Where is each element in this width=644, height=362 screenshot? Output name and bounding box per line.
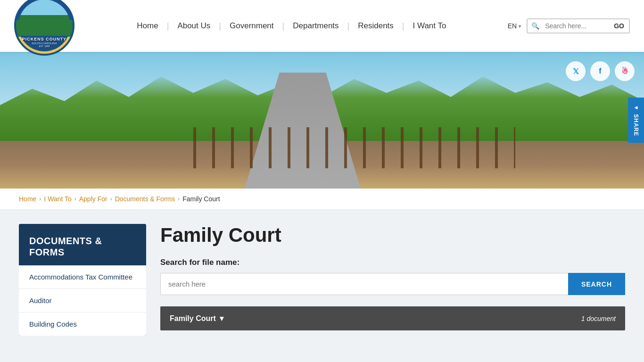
facebook-button[interactable]: f [590, 61, 610, 81]
twitter-icon: 𝕏 [573, 67, 579, 76]
main-nav: Home | About Us | Government | Departmen… [75, 16, 508, 35]
accordion-title-text: Family Court [170, 314, 216, 323]
sidebar-item-building[interactable]: Building Codes [19, 313, 146, 336]
nav-home[interactable]: Home [128, 16, 166, 35]
nav-residents[interactable]: Residents [349, 16, 402, 35]
breadcrumb-sep-2: › [74, 196, 76, 202]
file-search-section: Search for file name: SEARCH [160, 258, 625, 295]
hero-scene [0, 52, 644, 189]
sidebar-item-auditor[interactable]: Auditor [19, 289, 146, 313]
lang-arrow: ▾ [519, 24, 521, 29]
accordion-title: Family Court ▾ [170, 314, 223, 323]
social-icons: 𝕏 f ☃ [566, 61, 635, 81]
sidebar-title: DOCUMENTS & FORMS [19, 224, 146, 265]
twitter-button[interactable]: 𝕏 [566, 61, 586, 81]
header-right: EN ▾ 🔍 GO [508, 18, 630, 33]
lang-current: EN [508, 22, 517, 30]
sidebar-item-accommodations[interactable]: Accommodations Tax Committee [19, 265, 146, 289]
breadcrumb: Home › I Want To › Apply For › Documents… [0, 189, 644, 210]
site-header: PICKENS COUNTY SOUTH CAROLINA EST. 1868 … [0, 0, 644, 52]
share-label: SHARE [633, 114, 639, 136]
logo-est: EST. 1868 [39, 45, 50, 48]
breadcrumb-sep-3: › [110, 196, 112, 202]
document-accordion[interactable]: Family Court ▾ 1 document [160, 306, 625, 330]
sidebar-items: Accommodations Tax Committee Auditor Bui… [19, 265, 146, 336]
document-count: 1 document [581, 315, 616, 322]
facebook-icon: f [599, 67, 601, 75]
breadcrumb-docsforms[interactable]: Documents & Forms [115, 195, 175, 203]
header-search-input[interactable] [543, 19, 609, 33]
instagram-icon: ☃ [621, 67, 628, 76]
language-selector[interactable]: EN ▾ [508, 22, 521, 30]
breadcrumb-home[interactable]: Home [19, 195, 36, 203]
site-logo[interactable]: PICKENS COUNTY SOUTH CAROLINA EST. 1868 [14, 0, 75, 57]
hero-banner: 𝕏 f ☃ ◄ SHARE [0, 52, 644, 189]
sidebar: DOCUMENTS & FORMS Accommodations Tax Com… [19, 224, 146, 362]
search-label: Search for file name: [160, 258, 625, 267]
breadcrumb-applyfor[interactable]: Apply For [79, 195, 107, 203]
header-search-go-button[interactable]: GO [609, 19, 629, 33]
share-button[interactable]: ◄ SHARE [628, 98, 644, 143]
hero-fence [193, 127, 515, 168]
breadcrumb-sep-1: › [39, 196, 41, 202]
file-search-button[interactable]: SEARCH [568, 273, 625, 295]
logo-county-name: PICKENS COUNTY [22, 37, 67, 42]
page-content: Family Court Search for file name: SEARC… [160, 224, 625, 362]
file-search-input[interactable] [160, 273, 568, 295]
sidebar-box: DOCUMENTS & FORMS Accommodations Tax Com… [19, 224, 146, 336]
header-search-icon: 🔍 [528, 19, 543, 33]
nav-government[interactable]: Government [221, 16, 282, 35]
breadcrumb-sep-4: › [178, 196, 180, 202]
accordion-header[interactable]: Family Court ▾ 1 document [160, 306, 625, 330]
file-search-bar: SEARCH [160, 273, 625, 295]
breadcrumb-iwantto[interactable]: I Want To [44, 195, 71, 203]
main-content: DOCUMENTS & FORMS Accommodations Tax Com… [0, 210, 644, 362]
nav-departments[interactable]: Departments [284, 16, 347, 35]
header-search-bar: 🔍 GO [527, 18, 630, 33]
page-title: Family Court [160, 224, 625, 247]
breadcrumb-current: Family Court [182, 195, 220, 203]
accordion-chevron-icon: ▾ [220, 314, 223, 323]
share-icon: ◄ [633, 104, 639, 111]
nav-about[interactable]: About Us [169, 16, 219, 35]
instagram-button[interactable]: ☃ [615, 61, 635, 81]
nav-iwantto[interactable]: I Want To [405, 16, 455, 35]
